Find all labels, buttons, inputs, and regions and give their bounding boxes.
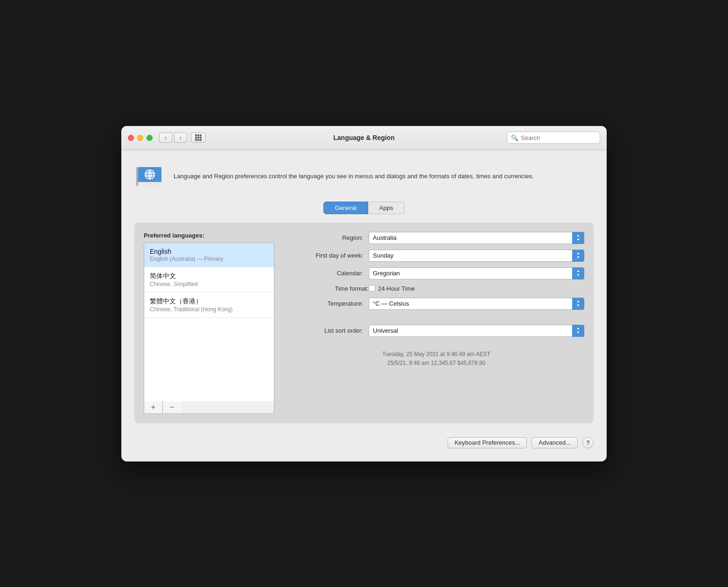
svg-rect-1 xyxy=(197,134,199,136)
titlebar: ‹ › Language & Region 🔍 xyxy=(121,126,607,150)
language-item-simplified[interactable]: 简体中文 Chinese, Simplified xyxy=(144,267,274,293)
language-item-traditional[interactable]: 繁體中文（香港） Chinese, Traditional (Hong Kong… xyxy=(144,293,274,318)
svg-rect-3 xyxy=(195,137,197,139)
time-format-checkbox-text: 24-Hour Time xyxy=(378,285,415,292)
nav-buttons: ‹ › xyxy=(159,133,187,143)
region-select[interactable]: Australia xyxy=(369,232,584,244)
pref-icon xyxy=(134,161,164,191)
languages-label: Preferred languages: xyxy=(144,232,274,239)
svg-rect-8 xyxy=(200,139,202,141)
svg-rect-0 xyxy=(195,134,197,136)
time-format-checkbox-label[interactable]: 24-Hour Time xyxy=(369,285,415,292)
language-name-traditional: 繁體中文（香港） xyxy=(150,297,268,306)
window-title: Language & Region xyxy=(333,134,394,141)
time-format-label: Time format: xyxy=(288,285,369,292)
region-label: Region: xyxy=(288,234,363,241)
language-sub-traditional: Chinese, Traditional (Hong Kong) xyxy=(150,306,268,313)
pref-description: Language and Region preferences control … xyxy=(174,172,534,181)
advanced-button[interactable]: Advanced... xyxy=(532,437,578,448)
pref-header: Language and Region preferences control … xyxy=(134,161,594,191)
tabs: General Apps xyxy=(134,202,594,214)
preview-line1: Tuesday, 25 May 2021 at 9:46:49 am AEST xyxy=(288,350,584,359)
calendar-label: Calendar: xyxy=(288,270,363,277)
add-language-button[interactable]: + xyxy=(144,401,163,413)
languages-section: Preferred languages: English English (Au… xyxy=(144,232,274,414)
search-input[interactable] xyxy=(521,134,596,141)
calendar-select[interactable]: Gregorian xyxy=(369,267,584,280)
language-sub-simplified: Chinese, Simplified xyxy=(150,281,268,287)
language-buttons: + − xyxy=(144,401,274,414)
list-sort-label: List sort order: xyxy=(288,327,363,334)
settings-section: Region: Australia ▲ ▼ First day of week: xyxy=(288,232,584,414)
language-name-simplified: 简体中文 xyxy=(150,272,268,280)
first-day-label: First day of week: xyxy=(288,252,363,259)
svg-rect-6 xyxy=(195,139,197,141)
time-format-row: Time format: 24-Hour Time xyxy=(288,285,584,292)
forward-button[interactable]: › xyxy=(174,133,187,143)
time-format-spacer: Time format: xyxy=(288,285,369,292)
remove-language-button[interactable]: − xyxy=(163,401,182,413)
traffic-lights xyxy=(128,135,153,141)
keyboard-prefs-button[interactable]: Keyboard Preferences... xyxy=(448,437,527,448)
svg-rect-9 xyxy=(136,182,162,186)
preview-text: Tuesday, 25 May 2021 at 9:46:49 am AEST … xyxy=(288,350,584,368)
maximize-button[interactable] xyxy=(147,135,153,141)
search-icon: 🔍 xyxy=(511,134,518,141)
list-sort-row: List sort order: Universal ▲ ▼ xyxy=(288,325,584,337)
list-sort-select[interactable]: Universal xyxy=(369,325,584,337)
temperature-row: Temperature: °C — Celsius ▲ ▼ xyxy=(288,298,584,310)
temperature-label: Temperature: xyxy=(288,300,363,307)
grid-button[interactable] xyxy=(191,133,206,143)
calendar-select-wrapper: Gregorian ▲ ▼ xyxy=(369,267,584,280)
help-button[interactable]: ? xyxy=(582,437,594,448)
language-sub-english: English (Australia) — Primary xyxy=(150,256,268,262)
list-sort-select-wrapper: Universal ▲ ▼ xyxy=(369,325,584,337)
svg-rect-2 xyxy=(200,134,202,136)
search-box[interactable]: 🔍 xyxy=(507,132,600,144)
back-button[interactable]: ‹ xyxy=(159,133,172,143)
region-select-wrapper: Australia ▲ ▼ xyxy=(369,232,584,244)
time-format-checkbox[interactable] xyxy=(369,285,375,292)
svg-rect-10 xyxy=(136,167,138,186)
first-day-select[interactable]: Sunday xyxy=(369,250,584,262)
svg-rect-5 xyxy=(200,137,202,139)
svg-rect-4 xyxy=(197,137,199,139)
first-day-row: First day of week: Sunday ▲ ▼ xyxy=(288,250,584,262)
preview-line2: 25/5/21, 9:46 am 12,345.67 $45,678.90 xyxy=(288,359,584,368)
language-name-english: English xyxy=(150,248,268,255)
calendar-row: Calendar: Gregorian ▲ ▼ xyxy=(288,267,584,280)
bottom-bar: Keyboard Preferences... Advanced... ? xyxy=(134,433,594,450)
temperature-select[interactable]: °C — Celsius xyxy=(369,298,584,310)
minimize-button[interactable] xyxy=(137,135,143,141)
first-day-select-wrapper: Sunday ▲ ▼ xyxy=(369,250,584,262)
tab-general[interactable]: General xyxy=(323,202,368,214)
tab-apps[interactable]: Apps xyxy=(368,202,405,214)
region-row: Region: Australia ▲ ▼ xyxy=(288,232,584,244)
content-area: Language and Region preferences control … xyxy=(121,150,607,461)
main-panel: Preferred languages: English English (Au… xyxy=(134,223,594,423)
language-item-english[interactable]: English English (Australia) — Primary xyxy=(144,243,274,267)
preferences-window: ‹ › Language & Region 🔍 xyxy=(121,126,607,461)
close-button[interactable] xyxy=(128,135,134,141)
languages-list: English English (Australia) — Primary 简体… xyxy=(144,243,274,401)
svg-rect-7 xyxy=(197,139,199,141)
temperature-select-wrapper: °C — Celsius ▲ ▼ xyxy=(369,298,584,310)
